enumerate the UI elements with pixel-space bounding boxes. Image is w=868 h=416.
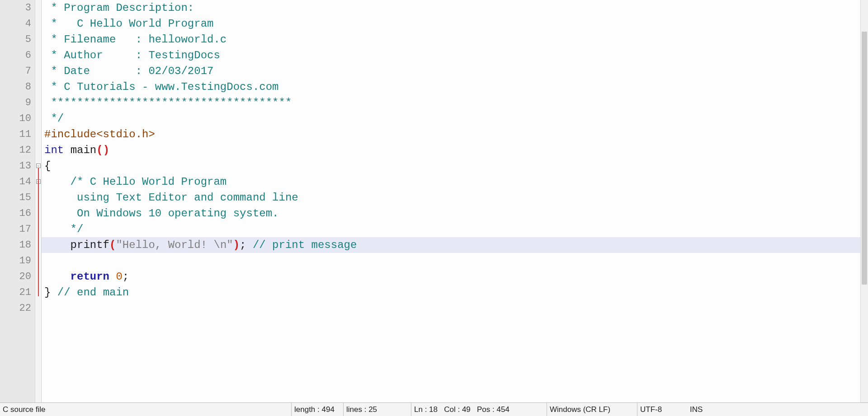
- code-token: * Program Description:: [44, 2, 194, 14]
- line-number[interactable]: 17: [0, 221, 35, 237]
- code-line[interactable]: * C Tutorials - www.TestingDocs.com: [42, 79, 860, 95]
- line-number[interactable]: 16: [0, 206, 35, 221]
- code-token: /* C Hello World Program: [44, 176, 226, 188]
- vertical-scrollbar[interactable]: [860, 0, 868, 402]
- code-line[interactable]: /* C Hello World Program: [42, 174, 860, 190]
- line-number[interactable]: 21: [0, 285, 35, 300]
- fold-minus-icon[interactable]: −: [36, 164, 41, 168]
- code-token: [44, 239, 71, 251]
- code-token: return: [71, 271, 109, 283]
- status-eol: Windows (CR LF): [547, 403, 637, 416]
- code-line[interactable]: */: [42, 221, 860, 237]
- line-number[interactable]: 8: [0, 79, 35, 95]
- code-token: * Filename : helloworld.c: [44, 33, 226, 46]
- code-line[interactable]: * Date : 02/03/2017: [42, 63, 860, 79]
- code-line[interactable]: */: [42, 111, 860, 126]
- status-filetype: C source file: [0, 403, 292, 416]
- code-token: [109, 271, 116, 283]
- code-line[interactable]: [42, 253, 860, 269]
- code-line[interactable]: } // end main: [42, 285, 860, 300]
- status-lines: lines : 25: [344, 403, 411, 416]
- status-insert-mode: INS: [687, 403, 868, 416]
- line-number[interactable]: 5: [0, 32, 35, 47]
- line-number[interactable]: 20: [0, 269, 35, 285]
- line-number[interactable]: 22: [0, 300, 35, 316]
- line-number[interactable]: 3: [0, 0, 35, 16]
- code-line[interactable]: {: [42, 158, 860, 174]
- code-content[interactable]: * Program Description: * C Hello World P…: [42, 0, 860, 402]
- code-area: 345678910111213141516171819202122 −− * P…: [0, 0, 868, 402]
- code-line[interactable]: * C Hello World Program: [42, 16, 860, 32]
- code-token: // print message: [253, 239, 357, 251]
- line-number[interactable]: 18: [0, 237, 35, 253]
- code-token: * C Tutorials - www.TestingDocs.com: [44, 81, 278, 93]
- code-line[interactable]: #include<stdio.h>: [42, 126, 860, 142]
- code-token: 0: [116, 271, 122, 283]
- code-token: using Text Editor and command line: [44, 192, 298, 204]
- code-token: * Author : TestingDocs: [44, 49, 220, 61]
- code-line[interactable]: *************************************: [42, 95, 860, 111]
- code-line[interactable]: printf("Hello, World! \n"); // print mes…: [42, 237, 860, 253]
- code-token: main: [71, 144, 97, 156]
- code-line[interactable]: * Author : TestingDocs: [42, 47, 860, 63]
- code-token: */: [44, 223, 83, 235]
- line-number[interactable]: 4: [0, 16, 35, 32]
- code-line[interactable]: * Filename : helloworld.c: [42, 32, 860, 47]
- code-token: printf: [71, 239, 109, 251]
- code-token: {: [44, 160, 51, 172]
- code-token: *************************************: [44, 97, 292, 109]
- code-token: ): [233, 239, 240, 251]
- line-number[interactable]: 10: [0, 111, 35, 126]
- code-token: */: [44, 112, 64, 125]
- status-bar: C source file length : 494 lines : 25 Ln…: [0, 402, 868, 416]
- code-line[interactable]: [42, 300, 860, 316]
- code-line[interactable]: On Windows 10 operating system.: [42, 206, 860, 221]
- line-number[interactable]: 11: [0, 126, 35, 142]
- fold-guide-line: [38, 168, 39, 296]
- status-cursor-position: Ln : 18 Col : 49 Pos : 454: [411, 403, 547, 416]
- status-length: length : 494: [292, 403, 344, 416]
- code-token: // end main: [57, 286, 129, 299]
- code-token: [64, 144, 70, 156]
- code-token: * Date : 02/03/2017: [44, 65, 213, 77]
- line-number[interactable]: 6: [0, 47, 35, 63]
- code-token: On Windows 10 operating system.: [44, 207, 278, 220]
- editor-container: 345678910111213141516171819202122 −− * P…: [0, 0, 868, 416]
- line-number[interactable]: 14: [0, 174, 35, 190]
- line-number-gutter[interactable]: 345678910111213141516171819202122: [0, 0, 35, 402]
- code-token: int: [44, 144, 64, 156]
- code-token: * C Hello World Program: [44, 18, 213, 30]
- code-token: #include<stdio.h>: [44, 128, 155, 140]
- code-token: [44, 271, 71, 283]
- code-line[interactable]: using Text Editor and command line: [42, 190, 860, 206]
- line-number[interactable]: 13: [0, 158, 35, 174]
- code-token: [51, 286, 57, 299]
- code-token: ;: [240, 239, 253, 251]
- line-number[interactable]: 15: [0, 190, 35, 206]
- code-token: (): [96, 144, 109, 156]
- line-number[interactable]: 19: [0, 253, 35, 269]
- line-number[interactable]: 9: [0, 95, 35, 111]
- code-line[interactable]: return 0;: [42, 269, 860, 285]
- status-encoding: UTF-8: [637, 403, 687, 416]
- line-number[interactable]: 7: [0, 63, 35, 79]
- fold-column[interactable]: −−: [35, 0, 42, 402]
- code-token: (: [109, 239, 116, 251]
- line-number[interactable]: 12: [0, 142, 35, 158]
- code-token: "Hello, World! \n": [116, 239, 233, 251]
- code-token: ;: [123, 271, 129, 283]
- code-token: }: [44, 286, 51, 299]
- code-line[interactable]: * Program Description:: [42, 0, 860, 16]
- scrollbar-thumb[interactable]: [862, 32, 867, 285]
- code-line[interactable]: int main(): [42, 142, 860, 158]
